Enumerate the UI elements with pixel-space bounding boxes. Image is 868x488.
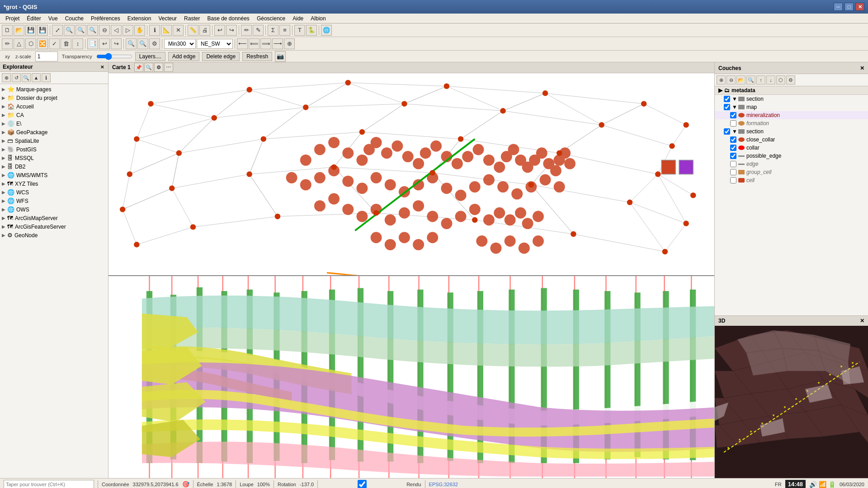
layer-collar-cb[interactable] — [730, 145, 736, 151]
maximize-button[interactable]: □ — [844, 3, 854, 11]
explorer-filter-btn[interactable]: 🔍 — [22, 73, 31, 82]
menu-raster[interactable]: Raster — [180, 14, 203, 23]
add-edge-button[interactable]: Add edge — [168, 52, 199, 61]
redo-btn[interactable]: ↪ — [226, 25, 237, 36]
open-btn[interactable]: 📂 — [14, 25, 24, 36]
zoom-next-btn[interactable]: ▷ — [123, 25, 133, 36]
zoom-full-btn[interactable]: ⤢ — [52, 25, 63, 36]
layers-add-btn[interactable]: ⊕ — [717, 75, 726, 84]
explorer-close[interactable]: ✕ — [99, 64, 105, 70]
explorer-add-btn[interactable]: ⊕ — [2, 73, 11, 82]
minimize-button[interactable]: ─ — [834, 3, 843, 11]
layer-metadata-group[interactable]: ▶ 🗂 metadata — [715, 86, 868, 95]
tree-ca[interactable]: ▶📁CA — [0, 111, 108, 119]
explorer-refresh-btn[interactable]: ↺ — [12, 73, 21, 82]
layer-edge-cb[interactable] — [730, 161, 736, 167]
tree-wms-wmts[interactable]: ▶🌐WMS/WMTS — [0, 171, 108, 179]
validate-btn[interactable]: ✓ — [49, 38, 60, 49]
layers-up-btn[interactable]: ↑ — [756, 75, 765, 84]
tree-ows[interactable]: ▶🌐OWS — [0, 205, 108, 214]
section-btn1[interactable]: ⬡ — [25, 38, 36, 49]
stats-btn[interactable]: Σ — [268, 25, 278, 36]
tree-accueil[interactable]: ▶🏠Accueil — [0, 102, 108, 111]
tree-wfs[interactable]: ▶🌐WFS — [0, 197, 108, 205]
tree-geopackage[interactable]: ▶📦GeoPackage — [0, 128, 108, 136]
layer-cell[interactable]: cell — [715, 176, 868, 184]
locate-btn[interactable]: 🔍 — [137, 38, 148, 49]
redo2-btn[interactable]: ↪ — [111, 38, 122, 49]
resfresh-button[interactable]: Resfresh — [242, 52, 272, 61]
close-button[interactable]: ✕ — [855, 3, 864, 11]
layer-collar[interactable]: collar — [715, 144, 868, 152]
search-input[interactable] — [4, 480, 94, 488]
menu-albion[interactable]: Albion — [307, 14, 329, 23]
edit-node-btn[interactable]: ✏ — [2, 38, 13, 49]
map-more-btn[interactable]: ⋯ — [164, 63, 173, 72]
menu-extension[interactable]: Extension — [124, 14, 155, 23]
menu-preferences[interactable]: Préférences — [87, 14, 124, 23]
layer-close-collar[interactable]: close_collar — [715, 136, 868, 144]
tree-xyz-tiles[interactable]: ▶🗺XYZ Tiles — [0, 179, 108, 188]
map-zoom-btn[interactable]: 🔍 — [144, 63, 153, 72]
layer-map-group[interactable]: ▼ map — [715, 103, 868, 111]
label-btn[interactable]: T — [294, 25, 305, 36]
tree-e[interactable]: ▶💿E\ — [0, 119, 108, 128]
layer-mineralization-cb[interactable] — [730, 112, 736, 118]
menu-basededonnees[interactable]: Base de données — [203, 14, 253, 23]
explorer-collapse-btn[interactable]: ▲ — [32, 73, 41, 82]
layers-settings3-btn[interactable]: ⚙ — [786, 75, 795, 84]
identify-btn[interactable]: ℹ — [149, 25, 160, 36]
direction-combo[interactable]: NE_SW — [197, 39, 233, 49]
save-btn[interactable]: 💾 — [25, 25, 36, 36]
zoom-in-btn[interactable]: 🔍 — [87, 25, 98, 36]
layers-open-btn[interactable]: 📂 — [736, 75, 745, 84]
zscale-input[interactable] — [35, 52, 58, 61]
edit-layer-btn[interactable]: ✏ — [241, 25, 252, 36]
layer-edge[interactable]: edge — [715, 160, 868, 168]
layer-cell-cb[interactable] — [730, 177, 736, 183]
tree-dossier-projet[interactable]: ▶📁Dossier du projet — [0, 94, 108, 102]
tree-arcgis-feature[interactable]: ▶🗺ArcGisFeatureServer — [0, 222, 108, 231]
add-node-btn[interactable]: △ — [14, 38, 24, 49]
print-btn[interactable]: 🖨 — [199, 25, 210, 36]
render-checkbox[interactable] — [321, 480, 403, 488]
deselect-btn[interactable]: ✕ — [173, 25, 184, 36]
layer-section-1-cb[interactable] — [724, 96, 730, 102]
nav-fwd-btn[interactable]: ⟹ — [260, 38, 271, 49]
layer-formation-cb[interactable] — [730, 120, 736, 127]
tree-postgis[interactable]: ▶🐘PostGIS — [0, 145, 108, 154]
nav-next-btn[interactable]: ⟶ — [272, 38, 283, 49]
layer-possible-edge-cb[interactable] — [730, 153, 736, 159]
panel-3d-close[interactable]: ✕ — [860, 318, 864, 324]
digitize-btn[interactable]: ✎ — [253, 25, 264, 36]
undo-btn[interactable]: ↩ — [214, 25, 225, 36]
map-pin-btn[interactable]: 📌 — [134, 63, 143, 72]
menu-vue[interactable]: Vue — [45, 14, 61, 23]
layer-section-2-cb[interactable] — [724, 128, 730, 135]
tree-spatialite[interactable]: ▶🗃SpatiaLite — [0, 136, 108, 145]
menu-projet[interactable]: Projet — [2, 14, 23, 23]
layer-mineralization[interactable]: mineralization — [715, 111, 868, 119]
map-settings-btn2[interactable]: ⚙ — [154, 63, 163, 72]
transparency-slider[interactable] — [96, 53, 132, 60]
python-btn[interactable]: 🐍 — [306, 25, 317, 36]
layers-filter-btn[interactable]: 🔍 — [746, 75, 755, 84]
measure-btn[interactable]: 📏 — [188, 25, 198, 36]
layers-down-btn[interactable]: ↓ — [766, 75, 775, 84]
layers-close[interactable]: ✕ — [860, 65, 864, 71]
menu-geoscience[interactable]: Géoscience — [253, 14, 289, 23]
nav-add-btn[interactable]: ⊕ — [284, 38, 295, 49]
field-calc-btn[interactable]: ≡ — [279, 25, 290, 36]
tree-geonode[interactable]: ▶⚙GeoNode — [0, 231, 108, 239]
layer-section-2-group[interactable]: ▼ section — [715, 127, 868, 136]
section-combo[interactable]: Min300 — [164, 39, 196, 49]
menu-editer[interactable]: Éditer — [23, 14, 44, 23]
layers-button[interactable]: Layers.... — [135, 52, 165, 61]
search-btn[interactable]: 🔍 — [126, 38, 137, 49]
nav-back-btn[interactable]: ⟸ — [249, 38, 259, 49]
zoom-layer-btn[interactable]: 🔍 — [64, 25, 75, 36]
map-bottom-view[interactable] — [108, 276, 714, 478]
save-as-btn[interactable]: 💾 — [37, 25, 48, 36]
new-project-btn[interactable]: 🗋 — [2, 25, 13, 36]
layers-group-btn[interactable]: ⬡ — [776, 75, 785, 84]
